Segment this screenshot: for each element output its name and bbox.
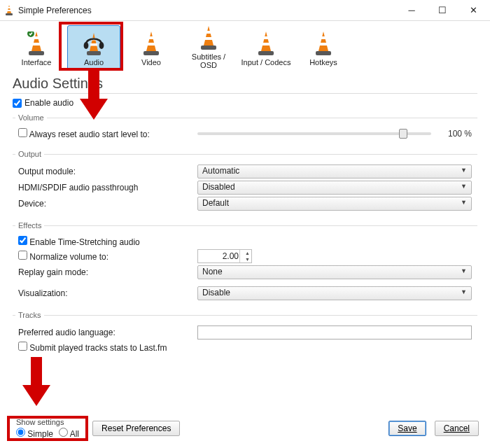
cone-icon [255,29,276,57]
svg-rect-18 [263,36,269,39]
settings-content: Audio Settings Enable audio Volume Alway… [0,70,490,358]
volume-percent: 100 % [438,129,472,139]
svg-rect-21 [321,36,326,39]
annotation-arrow-down-icon [77,71,111,121]
cone-headphones-icon [80,29,107,57]
svg-rect-22 [320,43,328,46]
svg-rect-2 [6,13,13,15]
visualization-select[interactable]: Disable [197,286,472,300]
svg-rect-24 [88,71,99,99]
annotation-arrow-down-icon [20,357,53,407]
svg-rect-15 [206,31,211,34]
svg-rect-13 [148,43,155,46]
svg-rect-9 [87,51,101,55]
tracks-group: Tracks Preferred audio language: Submit … [13,311,477,358]
svg-rect-1 [7,10,10,11]
category-tabs: Interface Audio Video Subtitles / OSD In… [0,21,490,70]
svg-rect-16 [205,37,213,40]
replay-gain-label: Replay gain mode: [18,267,192,277]
svg-rect-4 [33,43,41,46]
cone-icon [198,26,219,51]
cone-icon [26,29,47,57]
cone-icon [313,29,334,57]
svg-rect-17 [201,46,216,50]
output-module-label: Output module: [18,167,192,176]
svg-rect-20 [258,51,274,55]
save-button[interactable]: Save [388,421,426,436]
pref-lang-input[interactable] [197,326,472,340]
cancel-button[interactable]: Cancel [435,421,479,436]
reset-preferences-button[interactable]: Reset Preferences [92,421,180,436]
visualization-label: Visualization: [18,288,192,298]
minimize-button[interactable]: ─ [396,1,427,20]
svg-rect-19 [262,43,270,46]
svg-rect-14 [144,51,159,55]
app-icon [4,5,14,16]
svg-rect-12 [148,36,154,39]
tab-hotkeys[interactable]: Hotkeys [297,25,350,70]
show-settings-all-radio[interactable]: All [59,428,79,439]
enable-audio-checkbox[interactable]: Enable audio [13,98,74,108]
normalize-value-spinner[interactable]: 2.00▲▼ [197,249,252,263]
show-settings-simple-radio[interactable]: Simple [16,428,53,439]
svg-rect-0 [8,7,10,8]
lastfm-checkbox[interactable]: Submit played tracks stats to Last.fm [18,342,167,353]
cone-icon [141,29,162,57]
svg-rect-3 [34,36,39,39]
maximize-button[interactable]: ☐ [427,1,458,20]
title-bar: Simple Preferences ─ ☐ ✕ [0,0,490,21]
svg-point-10 [84,42,89,49]
window-controls: ─ ☐ ✕ [396,1,489,20]
passthrough-label: HDMI/SPDIF audio passthrough [18,183,192,192]
normalize-checkbox[interactable]: Normalize volume to: [18,251,192,262]
tab-subtitles[interactable]: Subtitles / OSD [182,25,235,70]
svg-rect-8 [90,43,97,46]
passthrough-select[interactable]: Disabled [197,181,472,195]
device-label: Device: [18,199,192,209]
footer: Show settings Simple All Reset Preferenc… [0,412,490,448]
tab-audio[interactable]: Audio [67,25,120,70]
volume-slider[interactable] [197,132,431,135]
svg-rect-5 [29,51,44,55]
reset-level-checkbox[interactable]: Always reset audio start level to: [18,128,192,139]
replay-gain-select[interactable]: None [197,265,472,279]
tab-input-codecs[interactable]: Input / Codecs [239,25,293,70]
svg-point-11 [99,42,104,49]
show-settings-panel: Show settings Simple All [11,416,84,441]
pref-lang-label: Preferred audio language: [18,328,192,337]
output-module-select[interactable]: Automatic [197,164,472,178]
output-group: Output Output module: Automatic HDMI/SPD… [13,150,477,216]
device-select[interactable]: Default [197,197,472,211]
timestretch-checkbox[interactable]: Enable Time-Stretching audio [18,236,192,247]
effects-group: Effects Enable Time-Stretching audio Nor… [13,221,477,305]
svg-rect-25 [31,357,42,385]
tab-video[interactable]: Video [125,25,178,70]
tab-interface[interactable]: Interface [10,25,63,70]
svg-rect-23 [316,51,331,55]
close-button[interactable]: ✕ [458,1,489,20]
window-title: Simple Preferences [18,6,92,15]
